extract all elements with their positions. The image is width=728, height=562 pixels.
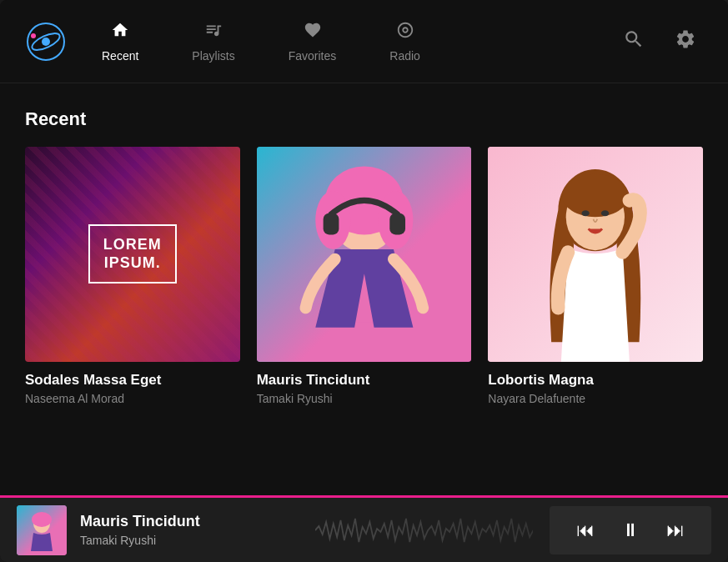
person3-svg: [488, 147, 703, 362]
prev-button[interactable]: ⏮: [566, 514, 605, 546]
card-image-1: LOREM IPSUM.: [25, 147, 240, 362]
nav-label-recent: Recent: [102, 49, 138, 63]
app-container: Recent Playlists Favorites: [0, 0, 728, 562]
card-artist-3: Nayara Delafuente: [488, 392, 703, 405]
nav-item-playlists[interactable]: Playlists: [182, 14, 244, 69]
svg-rect-10: [389, 213, 405, 235]
nav-label-playlists: Playlists: [192, 49, 234, 63]
nav-bar: Recent Playlists Favorites: [0, 0, 728, 83]
nav-item-recent[interactable]: Recent: [92, 14, 148, 69]
svg-point-15: [582, 210, 590, 216]
next-button[interactable]: ⏭: [656, 514, 695, 546]
player-info: Mauris Tincidunt Tamaki Ryushi: [80, 513, 299, 547]
radio-icon: [396, 21, 414, 44]
card-title-3: Lobortis Magna: [488, 372, 703, 389]
svg-point-19: [32, 512, 52, 527]
nav-items: Recent Playlists Favorites: [92, 14, 616, 69]
home-icon: [111, 21, 129, 44]
card-artist-1: Naseema Al Morad: [25, 392, 240, 405]
player-bar: Mauris Tincidunt Tamaki Ryushi ⏮ ⏸ ⏭: [0, 495, 728, 562]
music-card-3[interactable]: Lobortis Magna Nayara Delafuente: [488, 147, 703, 405]
nav-item-favorites[interactable]: Favorites: [279, 14, 347, 69]
svg-rect-9: [323, 213, 339, 235]
main-content: Recent LOREM IPSUM. Sodales Massa Eget N…: [0, 83, 728, 495]
nav-item-radio[interactable]: Radio: [379, 14, 430, 69]
player-artist: Tamaki Ryushi: [80, 534, 299, 547]
settings-button[interactable]: [668, 22, 703, 62]
lorem-ipsum-box: LOREM IPSUM.: [88, 224, 177, 284]
lorem-line2: IPSUM.: [103, 254, 162, 273]
player-waveform: [315, 514, 534, 547]
card-title-1: Sodales Massa Eget: [25, 372, 240, 389]
svg-point-14: [562, 174, 629, 218]
player-title: Mauris Tincidunt: [80, 513, 299, 530]
favorites-icon: [304, 21, 322, 44]
nav-label-favorites: Favorites: [289, 49, 337, 63]
section-title: Recent: [25, 108, 703, 130]
nav-label-radio: Radio: [389, 49, 420, 63]
lorem-line1: LOREM: [103, 236, 162, 254]
music-card-2[interactable]: Mauris Tincidunt Tamaki Ryushi: [257, 147, 472, 405]
person2-svg: [257, 147, 472, 362]
card-artist-2: Tamaki Ryushi: [257, 392, 472, 405]
app-logo: [25, 21, 67, 63]
playlists-icon: [204, 21, 223, 44]
play-pause-button[interactable]: ⏸: [611, 514, 650, 546]
cards-row: LOREM IPSUM. Sodales Massa Eget Naseema …: [25, 147, 703, 405]
card-image-3: [488, 147, 703, 362]
player-thumbnail: [17, 505, 67, 555]
svg-point-3: [31, 33, 36, 38]
card-image-2: [257, 147, 472, 362]
card-title-2: Mauris Tincidunt: [257, 372, 472, 389]
svg-point-1: [42, 38, 50, 46]
music-card-1[interactable]: LOREM IPSUM. Sodales Massa Eget Naseema …: [25, 147, 240, 405]
player-controls: ⏮ ⏸ ⏭: [550, 506, 711, 554]
search-button[interactable]: [616, 22, 651, 62]
svg-point-16: [601, 210, 609, 216]
nav-right: [616, 22, 703, 62]
